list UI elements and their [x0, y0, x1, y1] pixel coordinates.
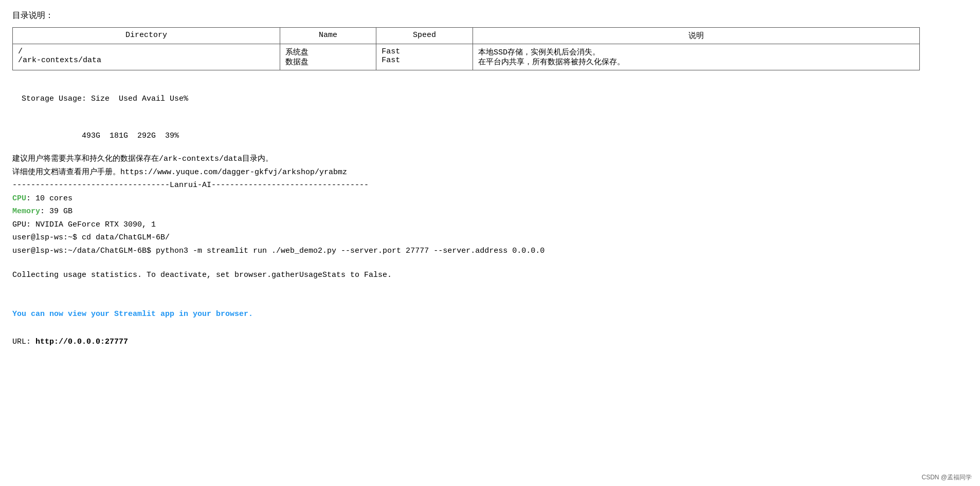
name-root: 系统盘数据盘 — [280, 44, 376, 70]
memory-value: : 39 GB — [40, 207, 72, 216]
memory-line: Memory: 39 GB — [12, 205, 968, 218]
collecting-msg: Collecting usage statistics. To deactiva… — [12, 271, 968, 279]
url-line: URL: http://0.0.0.0:27777 — [12, 338, 968, 346]
storage-values: 493G 181G 292G 39% — [22, 132, 179, 140]
memory-label: Memory — [12, 207, 40, 216]
divider-line: ----------------------------------Lanrui… — [12, 179, 968, 192]
speed-root: FastFast — [376, 44, 473, 70]
dir-root: //ark-contexts/data — [13, 44, 280, 70]
url-value: http://0.0.0.0:27777 — [31, 338, 128, 346]
page-title: 目录说明： — [12, 10, 968, 21]
storage-label: Storage Usage: Size Used Avail Use% — [22, 95, 188, 103]
footer-watermark: CSDN @孟福同学 — [921, 473, 972, 482]
command-1: user@lsp-ws:~$ cd data/ChatGLM-6B/ — [12, 231, 968, 245]
col-header-description: 说明 — [473, 28, 919, 44]
url-label: URL: — [12, 338, 31, 346]
storage-section: Storage Usage: Size Used Avail Use% 493G… — [12, 81, 968, 142]
command-2: user@lsp-ws:~/data/ChatGLM-6B$ python3 -… — [12, 245, 968, 258]
cpu-line: CPU: 10 cores — [12, 192, 968, 205]
col-header-speed: Speed — [376, 28, 473, 44]
info-line-2: 详细使用文档请查看用户手册。https://www.yuque.com/dagg… — [12, 166, 968, 179]
directory-table: Directory Name Speed 说明 //ark-contexts/d… — [12, 27, 920, 70]
desc-root: 本地SSD存储，实例关机后会消失。在平台内共享，所有数据将被持久化保存。 — [473, 44, 919, 70]
info-line-1: 建议用户将需要共享和持久化的数据保存在/ark-contexts/data目录内… — [12, 153, 968, 166]
table-row-root: //ark-contexts/data 系统盘数据盘 FastFast 本地SS… — [13, 44, 920, 70]
cpu-label: CPU — [12, 194, 26, 203]
cpu-value: : 10 cores — [26, 194, 72, 203]
col-header-name: Name — [280, 28, 376, 44]
col-header-directory: Directory — [13, 28, 280, 44]
streamlit-msg: You can now view your Streamlit app in y… — [12, 310, 968, 319]
gpu-line: GPU: NVIDIA GeForce RTX 3090, 1 — [12, 218, 968, 232]
info-block: 建议用户将需要共享和持久化的数据保存在/ark-contexts/data目录内… — [12, 153, 968, 257]
